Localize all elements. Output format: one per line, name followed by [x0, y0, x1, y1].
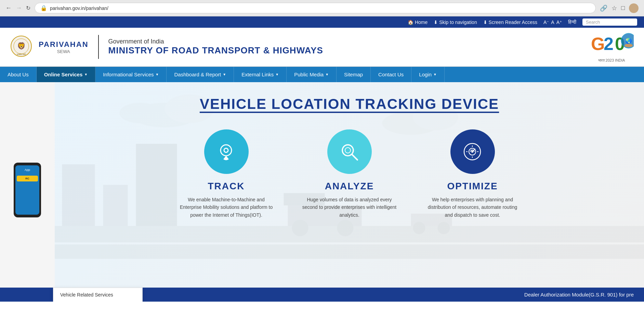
svg-text:2: 2 [604, 34, 614, 54]
hero-section: VEHICLE LOCATION TRACKING DEVICE TRACK W… [55, 82, 644, 288]
svg-point-32 [345, 148, 351, 153]
optimize-description: We help enterprises with planning and di… [425, 196, 521, 219]
font-size-controls: A⁻ A A⁺ [543, 20, 562, 25]
svg-point-29 [224, 148, 228, 152]
phone-mockup: App RC [14, 163, 41, 217]
track-icon-circle [204, 129, 249, 174]
analyze-description: Huge volumes of data is analyzed every s… [302, 196, 397, 219]
forward-button[interactable]: → [16, 4, 22, 12]
refresh-button[interactable]: ↻ [26, 5, 30, 11]
svg-line-31 [352, 154, 357, 160]
phone-screen: App RC [15, 165, 39, 215]
svg-text:G: G [591, 34, 605, 54]
back-button[interactable]: ← [5, 4, 12, 12]
hindi-link[interactable]: हिन्दी [568, 19, 576, 25]
window-icon[interactable]: □ [621, 4, 625, 12]
nav-item-about-us[interactable]: About Us [0, 67, 37, 82]
svg-point-18 [292, 220, 308, 236]
font-large-button[interactable]: A⁺ [556, 20, 562, 25]
nav-item-informational-services[interactable]: Informational Services ▼ [95, 67, 167, 82]
font-small-button[interactable]: A⁻ [543, 20, 549, 25]
public-media-arrow: ▼ [325, 73, 329, 76]
nav-item-login[interactable]: Login ▼ [411, 67, 445, 82]
skip-nav-link[interactable]: ⬇ Skip to navigation [434, 20, 477, 25]
header-divider [98, 35, 99, 59]
track-title: TRACK [179, 181, 274, 192]
svg-point-10 [625, 44, 633, 47]
nav-item-dashboard-report[interactable]: Dashboard & Report ▼ [167, 67, 234, 82]
utility-bar: 🏠 Home ⬇ Skip to navigation ⬇ Screen Rea… [0, 16, 644, 28]
g20-logo: G 2 0 🌏 भारत 2023 INDIA [589, 31, 634, 63]
search-box[interactable]: Search [582, 18, 637, 26]
lock-icon: 🔒 [40, 5, 47, 11]
analyze-icon-circle [327, 129, 372, 174]
login-arrow: ▼ [433, 73, 437, 76]
nav-item-online-services[interactable]: Online Services ▼ [37, 67, 95, 82]
site-header: 🦁 सत्यमेव जयते PARIVAHAN SEWA Government… [0, 28, 644, 67]
avatar-icon[interactable] [629, 3, 639, 13]
svg-text:🌏: 🌏 [625, 38, 632, 44]
nav-item-public-media[interactable]: Public Media ▼ [287, 67, 337, 82]
home-link[interactable]: 🏠 Home [408, 20, 428, 25]
svg-point-21 [413, 222, 425, 234]
svg-rect-12 [55, 242, 644, 244]
external-links-arrow: ▼ [275, 73, 279, 76]
main-navigation: About Us Online Services ▼ Informational… [0, 67, 644, 82]
online-services-arrow: ▼ [84, 73, 88, 76]
dashboard-arrow: ▼ [223, 73, 226, 76]
analyze-card: ANALYZE Huge volumes of data is analyzed… [302, 129, 397, 219]
left-panel: App RC [0, 82, 55, 288]
hero-cards: TRACK We enable Machine-to-Machine and E… [75, 129, 623, 219]
ministry-text: Government of India MINISTRY OF ROAD TRA… [108, 38, 323, 56]
font-normal-button[interactable]: A [551, 20, 554, 25]
svg-point-19 [337, 220, 354, 236]
analyze-title: ANALYZE [302, 181, 397, 192]
nav-item-sitemap[interactable]: Sitemap [337, 67, 371, 82]
optimize-card: OPTIMIZE We help enterprises with planni… [425, 129, 521, 219]
dropdown-item-vehicle-related[interactable]: Vehicle Related Services [53, 288, 142, 302]
national-emblem: 🦁 सत्यमेव जयते [10, 35, 32, 59]
svg-point-28 [221, 145, 232, 156]
svg-text:🦁: 🦁 [17, 42, 26, 50]
svg-point-22 [438, 222, 450, 234]
nav-item-external-links[interactable]: External Links ▼ [234, 67, 287, 82]
screen-reader-link[interactable]: ⬇ Screen Reader Access [483, 20, 537, 25]
track-card: TRACK We enable Machine-to-Machine and E… [179, 129, 274, 219]
hero-title: VEHICLE LOCATION TRACKING DEVICE [75, 96, 623, 112]
share-icon[interactable]: 🔗 [600, 4, 607, 12]
optimize-title: OPTIMIZE [425, 181, 521, 192]
nav-item-contact-us[interactable]: Contact Us [371, 67, 411, 82]
informational-services-arrow: ▼ [156, 73, 159, 76]
parivahan-logo: PARIVAHAN SEWA [39, 40, 89, 54]
svg-text:सत्यमेव जयते: सत्यमेव जयते [16, 53, 26, 55]
star-icon[interactable]: ☆ [612, 4, 617, 12]
ticker-text: Dealer Authorization Module(G.S.R. 901) … [524, 292, 634, 298]
track-description: We enable Machine-to-Machine and Enterpr… [179, 196, 274, 219]
online-services-dropdown: Vehicle Related Services Driving License… [53, 288, 143, 302]
optimize-icon-circle [450, 129, 495, 174]
url-bar[interactable]: parivahan.gov.in/parivahan/ [50, 5, 108, 11]
content-area: Vehicle Related Services Driving License… [0, 82, 644, 288]
